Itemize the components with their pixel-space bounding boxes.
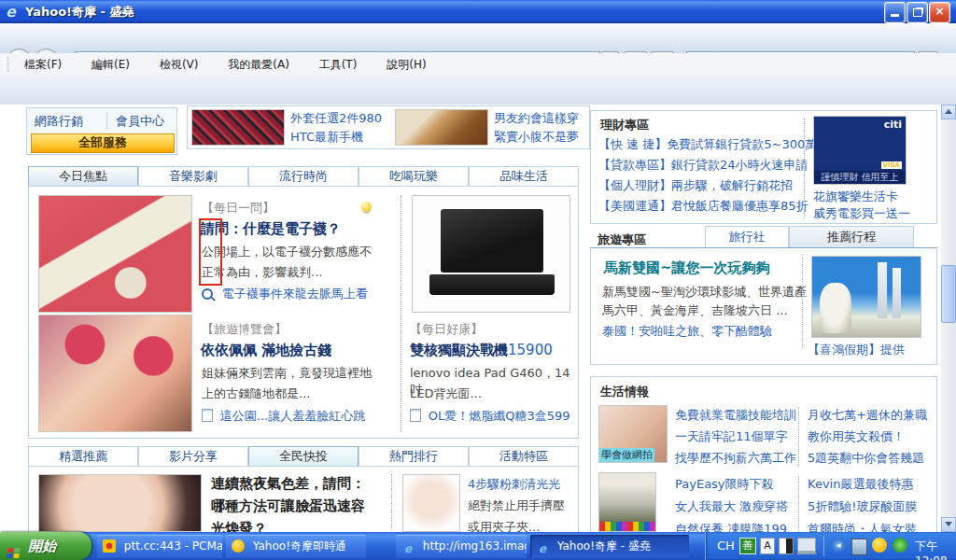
- bottom-tab-poll[interactable]: 全民快投: [248, 446, 358, 467]
- finance-link[interactable]: 【美國運通】君悅飯店餐廳優惠享85折: [598, 198, 808, 215]
- finance-link[interactable]: 【個人理財】兩步驟，破解行銷花招: [598, 177, 793, 194]
- story-title-link[interactable]: 雙核獨顯決戰機15900: [410, 342, 553, 359]
- clock[interactable]: 下午 12:08: [915, 539, 956, 560]
- tray-divider: [823, 536, 824, 556]
- tab-bar: ★ ▾ Y! Yahoo!奇摩 × e 來個 PPT 短網址 - ... ★ B…: [0, 76, 956, 105]
- bottom-tab-featured[interactable]: 精選推薦: [28, 446, 138, 467]
- language-bar-collapse-icon[interactable]: ◂: [831, 538, 846, 553]
- girls-noodles-image[interactable]: [38, 315, 192, 432]
- plaid-jacket-image[interactable]: [191, 109, 285, 146]
- menu-view[interactable]: 檢視(V): [147, 53, 212, 77]
- life-link[interactable]: Kevin嚴選最後特惠: [808, 476, 913, 493]
- bottom-tab-events[interactable]: 活動特區: [469, 446, 579, 467]
- laptop-image[interactable]: [412, 195, 570, 313]
- finance-panel: 理財專區 【快 速 捷】免費試算銀行貸款5~300萬 【貸款專區】銀行貸款24小…: [590, 110, 937, 224]
- bottom-tab-ranking[interactable]: 熱門排行: [358, 446, 469, 467]
- menu-tools[interactable]: 工具(T): [306, 53, 371, 77]
- task-imageshack[interactable]: e http://img163.imagesh...: [396, 535, 527, 558]
- menu-file[interactable]: 檔案(F): [11, 53, 75, 77]
- life-link[interactable]: 女人我最大 激瘦穿搭: [675, 498, 788, 515]
- restore-button[interactable]: [907, 2, 928, 23]
- menu-bar: 檔案(F) 編輯(E) 檢視(V) 我的最愛(A) 工具(T) 說明(H): [0, 53, 956, 77]
- merlion-shape: [820, 283, 851, 333]
- payeasy-logo-strip: [599, 522, 655, 531]
- nav-member-link[interactable]: 會員中心: [116, 113, 164, 130]
- life-link[interactable]: 找學歷不拘薪六萬工作: [675, 450, 796, 467]
- life-link[interactable]: 月收七萬+週休的兼職: [808, 407, 927, 424]
- minimize-button[interactable]: [884, 2, 906, 23]
- finance-link[interactable]: 【貸款專區】銀行貸款24小時火速申請: [598, 157, 808, 174]
- life-link[interactable]: 5折體驗!玻尿酸面膜: [808, 498, 917, 515]
- ime-mode-icon[interactable]: 善: [739, 538, 756, 554]
- menu-help[interactable]: 說明(H): [373, 53, 439, 77]
- brown-shoes-image[interactable]: [395, 109, 488, 146]
- scroll-down-button[interactable]: [941, 517, 956, 532]
- life-link[interactable]: 免費就業電腦技能培訓: [675, 407, 796, 424]
- main-tab-taste[interactable]: 品味生活: [469, 166, 579, 187]
- citi-card-image[interactable]: citi VISA 謹慎理財 信用至上: [813, 116, 907, 185]
- ime-halfwidth-icon[interactable]: [779, 538, 794, 554]
- finance-link[interactable]: 【快 速 捷】免費試算銀行貸款5~300萬: [598, 136, 817, 153]
- skincare-body: 絕對禁止用手擠壓: [468, 497, 565, 514]
- menu-favorites[interactable]: 我的最愛(A): [215, 53, 302, 77]
- language-indicator[interactable]: CH: [717, 539, 735, 553]
- window-titlebar[interactable]: e Yahoo!奇摩 - 盛堯 ×: [0, 0, 956, 23]
- scroll-up-button[interactable]: [941, 105, 956, 119]
- start-button[interactable]: 開始: [0, 532, 91, 560]
- ime-latin-icon[interactable]: A: [760, 538, 775, 554]
- bottom-tab-video[interactable]: 影片分享: [138, 446, 248, 467]
- life-link[interactable]: 5題英翻中你會答幾題: [808, 450, 924, 467]
- credit-link[interactable]: 【喜鴻假期】提供: [808, 343, 905, 357]
- tab-label: 流行時尚: [279, 169, 328, 183]
- merlion-towers-image[interactable]: [811, 256, 921, 338]
- main-tab-fashion[interactable]: 流行時尚: [248, 166, 358, 187]
- task-label: ptt.cc:443 - PCMan: [124, 539, 222, 553]
- task-messenger[interactable]: Yahoo!奇摩即時通: [226, 535, 366, 558]
- antivirus-tray-icon[interactable]: [893, 538, 907, 553]
- travel-link[interactable]: 泰國！安啪哇之旅、零下酷體驗: [602, 323, 772, 340]
- travel-tab-agency[interactable]: 旅行社: [705, 226, 789, 249]
- life-link[interactable]: 首爾時尚・人氣女裝: [808, 521, 917, 532]
- menu-edit[interactable]: 編輯(E): [78, 53, 143, 77]
- webshop-girl-image[interactable]: 學會做網拍: [598, 405, 668, 463]
- life-link[interactable]: 一天請牢記11個單字: [675, 428, 788, 445]
- vertical-scrollbar[interactable]: [941, 105, 956, 532]
- story-title-link[interactable]: 依依佩佩 滿地撿古錢: [201, 342, 331, 359]
- close-button[interactable]: ×: [929, 2, 950, 23]
- promo-link[interactable]: 外套任選2件980: [290, 110, 382, 127]
- life-link[interactable]: 自然保養 凍膜降199: [675, 521, 787, 532]
- task-yahoo-active[interactable]: e Yahoo!奇摩 - 盛堯: [530, 535, 689, 558]
- promo-link[interactable]: 男友約會這樣穿: [494, 110, 579, 127]
- lightbulb-icon: [361, 202, 372, 212]
- all-services-button[interactable]: 全部服務: [31, 133, 175, 153]
- task-pcman[interactable]: ptt.cc:443 - PCMan: [97, 535, 222, 558]
- taekwondo-feet-image[interactable]: [38, 195, 192, 313]
- scrollbar-thumb[interactable]: [941, 265, 956, 323]
- story-more-link[interactable]: OL愛！燃脂纖Q糖3盒599: [410, 408, 570, 425]
- travel-credit: 【喜鴻假期】提供: [808, 342, 905, 358]
- main-tab-food[interactable]: 吃喝玩樂: [358, 166, 469, 187]
- life-link[interactable]: 教你用英文殺價！: [808, 428, 905, 445]
- story-more-link[interactable]: 電子襪事件來龍去脈馬上看: [202, 286, 368, 302]
- payeasy-shoe-image[interactable]: [598, 472, 656, 532]
- promo-link[interactable]: 緊實小腹不是夢: [494, 129, 579, 146]
- keyboard-settings-icon[interactable]: [797, 538, 816, 554]
- life-link[interactable]: PayEasy限時下殺: [675, 476, 774, 493]
- story-more-link[interactable]: 這公園...讓人羞羞臉紅心跳: [202, 408, 365, 425]
- up-arrow-icon: [945, 109, 952, 114]
- skincare-woman-image[interactable]: [402, 474, 460, 532]
- skincare-link[interactable]: 4步驟粉刺清光光: [468, 476, 560, 493]
- card-caption: 謹慎理財 信用至上: [814, 171, 906, 184]
- display-audio-icon[interactable]: [851, 539, 867, 555]
- messenger-tray-icon[interactable]: [872, 538, 887, 553]
- main-tab-music[interactable]: 音樂影劇: [138, 166, 248, 187]
- main-tab-today[interactable]: 今日焦點: [28, 166, 138, 187]
- life-title: 生活情報: [600, 384, 649, 400]
- nav-marketing-link[interactable]: 網路行銷: [35, 113, 83, 130]
- magnifier-icon: [202, 288, 213, 300]
- promo-link[interactable]: HTC最新手機: [290, 129, 363, 146]
- travel-headline-link[interactable]: 馬新雙國~讓您一次玩夠夠: [604, 259, 770, 277]
- citi-movie-link[interactable]: 威秀電影買一送一: [813, 205, 910, 222]
- citi-card-link[interactable]: 花旗饗樂生活卡: [813, 189, 898, 205]
- poll-woman-image[interactable]: [38, 474, 202, 532]
